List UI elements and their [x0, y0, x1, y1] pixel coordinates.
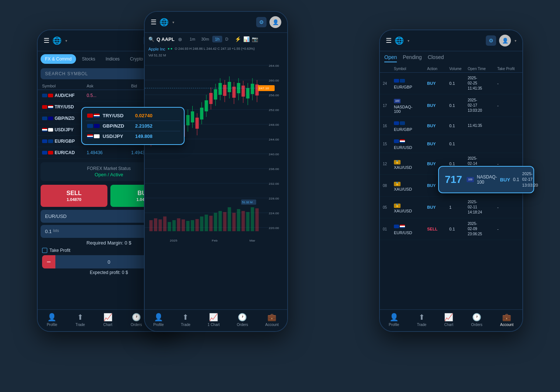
svg-rect-67 — [182, 219, 185, 231]
chart-symbol: Q AAPL — [157, 37, 175, 42]
order-row-15[interactable]: 15 EUR/USD BUY 0.1 — [380, 135, 522, 153]
time-1m[interactable]: 1m — [187, 36, 198, 42]
center-globe-icon[interactable]: 🌐 — [159, 18, 169, 27]
center-chevron: ▾ — [172, 20, 174, 24]
right-nav-chart[interactable]: 📈 Chart — [444, 313, 453, 327]
right-nav-trade[interactable]: ⬆ Trade — [417, 313, 426, 327]
candlestick-chart: 264.00 260.00 256.00 252.00 248.00 244.0… — [145, 58, 287, 242]
svg-text:252.00: 252.00 — [269, 108, 279, 112]
svg-text:260.00: 260.00 — [269, 79, 279, 82]
vol: Vol 51.32 M — [145, 53, 287, 58]
tab-indices[interactable]: Indices — [101, 54, 124, 64]
svg-rect-66 — [177, 218, 180, 231]
center-settings-icon[interactable]: ⚙ — [256, 17, 267, 27]
tooltip-row-gbp: GBP/NZD 2.21052 — [86, 121, 180, 131]
svg-rect-72 — [205, 215, 208, 231]
svg-rect-31 — [191, 111, 194, 122]
globe-icon[interactable]: 🌐 — [52, 36, 62, 45]
order-row-24[interactable]: 24 EUR/GBP BUY 0.1 2025-02-2511:41:35 - — [380, 73, 522, 94]
svg-text:Feb: Feb — [212, 239, 218, 242]
center-nav-orders[interactable]: 🕐 Orders — [237, 313, 248, 327]
svg-rect-83 — [255, 208, 259, 231]
chart-header: 🔍 Q AAPL ◎ 1m 30m 1h D ⚡ 📊 📷 — [145, 33, 287, 45]
center-nav-account[interactable]: 💼 Account — [265, 313, 279, 327]
svg-rect-75 — [219, 211, 222, 231]
svg-rect-60 — [149, 220, 152, 231]
svg-rect-33 — [195, 118, 199, 129]
svg-rect-71 — [200, 216, 203, 231]
hamburger-icon[interactable]: ☰ — [44, 37, 49, 45]
svg-text:240.00: 240.00 — [269, 153, 279, 156]
svg-text:2025: 2025 — [170, 239, 177, 242]
nav-profile[interactable]: 👤 Profile — [47, 313, 57, 327]
tab-closed[interactable]: Closed — [428, 54, 444, 62]
right-settings-icon[interactable]: ⚙ — [486, 35, 496, 46]
tab-open[interactable]: Open — [384, 54, 397, 62]
take-profit-checkbox[interactable] — [42, 248, 47, 253]
svg-text:256.00: 256.00 — [269, 94, 279, 97]
center-hamburger-icon[interactable]: ☰ — [151, 18, 157, 26]
svg-rect-65 — [172, 220, 176, 231]
right-phone-bottom-nav: 👤 Profile ⬆ Trade 📈 Chart 🕐 Orders 💼 Acc… — [380, 309, 522, 331]
svg-rect-76 — [223, 212, 226, 231]
order-row-05[interactable]: 05 🥇 XAU/USD BUY 1 2025-02-1114:18:24 - — [380, 197, 522, 218]
order-row-01[interactable]: 01 EUR/USD SELL 0.1 2025-02-0923:06:25 - — [380, 218, 522, 240]
svg-rect-35 — [200, 108, 203, 119]
chevron-icon: ▾ — [65, 39, 67, 43]
svg-rect-47 — [228, 82, 231, 92]
tooltip-order-id: 717 — [445, 174, 462, 185]
svg-rect-68 — [186, 221, 189, 231]
center-nav-profile[interactable]: 👤 Profile — [153, 313, 164, 327]
svg-text:51.32 M: 51.32 M — [242, 201, 252, 204]
center-avatar[interactable]: 👤 — [269, 16, 281, 28]
svg-rect-45 — [223, 85, 226, 96]
svg-text:236.00: 236.00 — [269, 167, 279, 171]
order-row-17[interactable]: 17 100 NASDAQ-100 BUY 0.1 2025-02-1713:0… — [380, 94, 522, 117]
chart-area: 264.00 260.00 256.00 252.00 248.00 244.0… — [145, 58, 287, 242]
svg-rect-62 — [158, 219, 162, 231]
svg-rect-74 — [214, 213, 217, 231]
svg-rect-41 — [214, 89, 217, 100]
svg-rect-57 — [251, 84, 254, 94]
sell-button[interactable]: SELL 1.04870 — [41, 185, 107, 207]
svg-rect-39 — [209, 93, 213, 104]
center-phone-header: ☰ 🌐 ▾ ⚙ 👤 — [145, 12, 287, 33]
svg-text:228.00: 228.00 — [269, 197, 279, 200]
svg-text:264.00: 264.00 — [269, 64, 279, 67]
svg-rect-63 — [163, 216, 166, 231]
tab-pending[interactable]: Pending — [403, 54, 422, 62]
center-phone-bottom-nav: 👤 Profile ⬆ Trade 📈 1 Chart 🕐 Orders 💼 A… — [145, 309, 287, 331]
tooltip-row-try: TRY/USD 0.02740 — [86, 111, 180, 121]
tooltip-row-usdjpy: USD/JPY 149.808 — [86, 131, 180, 141]
tp-minus-button[interactable]: − — [42, 255, 55, 268]
order-row-16[interactable]: 16 EUR/GBP BUY 0.1 11:41:35 — [380, 117, 522, 135]
time-30m[interactable]: 30m — [199, 36, 212, 42]
svg-text:Mar: Mar — [250, 239, 255, 242]
right-avatar[interactable]: 👤 — [499, 35, 511, 46]
right-hamburger-icon[interactable]: ☰ — [386, 37, 392, 45]
tab-fx-commd[interactable]: FX & Commd — [41, 54, 76, 64]
center-nav-chart[interactable]: 📈 1 Chart — [207, 313, 220, 327]
tooltip-symbol: NASDAQ-100 — [477, 174, 497, 185]
svg-text:232.00: 232.00 — [269, 182, 279, 185]
right-nav-profile[interactable]: 👤 Profile — [389, 313, 399, 327]
time-1h[interactable]: 1h — [212, 36, 222, 42]
right-nav-orders[interactable]: 🕐 Orders — [471, 313, 482, 327]
time-D[interactable]: D — [223, 36, 231, 42]
svg-rect-82 — [251, 207, 254, 231]
nav-chart[interactable]: 📈 Chart — [103, 313, 113, 327]
right-nav-account[interactable]: 💼 Account — [500, 313, 513, 327]
nav-trade[interactable]: ⬆ Trade — [75, 313, 85, 327]
svg-text:244.00: 244.00 — [269, 138, 279, 141]
right-phone-header: ☰ 🌐 ▾ ⚙ 👤 ▾ — [380, 30, 522, 51]
svg-text:247.10: 247.10 — [259, 87, 269, 90]
center-nav-trade[interactable]: ⬆ Trade — [181, 313, 190, 327]
svg-text:220.00: 220.00 — [269, 226, 279, 230]
svg-rect-70 — [195, 219, 199, 231]
right-globe-icon[interactable]: 🌐 — [395, 36, 404, 45]
tab-stocks[interactable]: Stocks — [78, 54, 100, 64]
chart-info: Apple Inc ● ● O 244.93 H 248.86 L 244.42… — [145, 45, 287, 53]
svg-rect-53 — [241, 86, 245, 97]
nav-orders[interactable]: 🕐 Orders — [131, 313, 142, 327]
symbol-tooltip: TRY/USD 0.02740 GBP/NZD 2.21052 USD/JPY … — [81, 107, 185, 145]
